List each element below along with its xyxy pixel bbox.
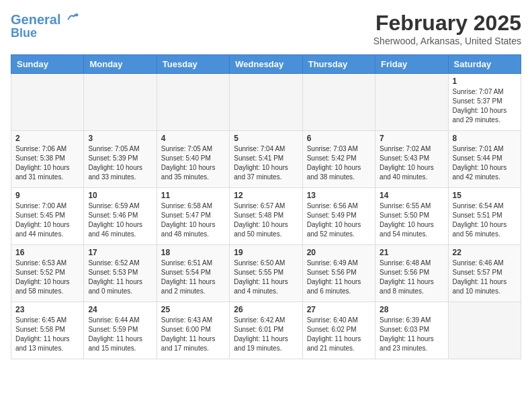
table-row: 27Sunrise: 6:40 AM Sunset: 6:02 PM Dayli… <box>302 302 375 359</box>
day-info: Sunrise: 7:03 AM Sunset: 5:42 PM Dayligh… <box>307 144 371 182</box>
table-row <box>302 74 375 131</box>
calendar-week-row: 9Sunrise: 7:00 AM Sunset: 5:45 PM Daylig… <box>11 188 521 245</box>
table-row: 26Sunrise: 6:42 AM Sunset: 6:01 PM Dayli… <box>230 302 302 359</box>
day-number: 7 <box>380 134 443 143</box>
table-row <box>11 74 84 131</box>
day-number: 23 <box>15 305 79 314</box>
day-info: Sunrise: 6:42 AM Sunset: 6:01 PM Dayligh… <box>234 316 298 353</box>
table-row <box>157 74 229 131</box>
day-info: Sunrise: 7:02 AM Sunset: 5:43 PM Dayligh… <box>380 144 443 182</box>
day-number: 27 <box>307 305 371 314</box>
table-row: 28Sunrise: 6:39 AM Sunset: 6:03 PM Dayli… <box>375 302 448 359</box>
day-number: 21 <box>380 248 443 257</box>
day-number: 2 <box>15 134 79 143</box>
logo-text: General <box>11 11 79 27</box>
day-info: Sunrise: 6:52 AM Sunset: 5:53 PM Dayligh… <box>88 259 152 296</box>
table-row <box>84 74 157 131</box>
table-row: 3Sunrise: 7:05 AM Sunset: 5:39 PM Daylig… <box>84 131 157 188</box>
day-number: 12 <box>234 191 298 200</box>
day-number: 14 <box>380 191 443 200</box>
day-info: Sunrise: 6:39 AM Sunset: 6:03 PM Dayligh… <box>380 316 443 353</box>
day-info: Sunrise: 6:49 AM Sunset: 5:56 PM Dayligh… <box>307 259 371 296</box>
table-row: 21Sunrise: 6:48 AM Sunset: 5:56 PM Dayli… <box>375 245 448 302</box>
day-number: 20 <box>307 248 371 257</box>
header-sunday: Sunday <box>11 55 84 74</box>
table-row: 15Sunrise: 6:54 AM Sunset: 5:51 PM Dayli… <box>448 188 521 245</box>
day-info: Sunrise: 6:43 AM Sunset: 6:00 PM Dayligh… <box>161 316 225 353</box>
day-info: Sunrise: 7:00 AM Sunset: 5:45 PM Dayligh… <box>15 201 79 239</box>
day-number: 22 <box>453 248 517 257</box>
table-row: 24Sunrise: 6:44 AM Sunset: 5:59 PM Dayli… <box>84 302 157 359</box>
logo-icon <box>66 11 79 24</box>
table-row: 23Sunrise: 6:45 AM Sunset: 5:58 PM Dayli… <box>11 302 84 359</box>
page-header: General Blue February 2025 Sherwood, Ark… <box>11 11 521 46</box>
header-monday: Monday <box>84 55 157 74</box>
day-info: Sunrise: 6:56 AM Sunset: 5:49 PM Dayligh… <box>307 201 371 239</box>
day-info: Sunrise: 6:50 AM Sunset: 5:55 PM Dayligh… <box>234 259 298 296</box>
table-row: 6Sunrise: 7:03 AM Sunset: 5:42 PM Daylig… <box>302 131 375 188</box>
day-info: Sunrise: 7:07 AM Sunset: 5:37 PM Dayligh… <box>453 87 517 125</box>
day-number: 6 <box>307 134 371 143</box>
day-number: 26 <box>234 305 298 314</box>
day-info: Sunrise: 6:58 AM Sunset: 5:47 PM Dayligh… <box>161 201 225 239</box>
day-info: Sunrise: 6:44 AM Sunset: 5:59 PM Dayligh… <box>88 316 152 353</box>
day-info: Sunrise: 6:54 AM Sunset: 5:51 PM Dayligh… <box>453 201 517 239</box>
day-number: 13 <box>307 191 371 200</box>
day-info: Sunrise: 6:55 AM Sunset: 5:50 PM Dayligh… <box>380 201 443 239</box>
day-number: 8 <box>453 134 517 143</box>
table-row: 5Sunrise: 7:04 AM Sunset: 5:41 PM Daylig… <box>230 131 302 188</box>
day-number: 28 <box>380 305 443 314</box>
day-number: 4 <box>161 134 225 143</box>
table-row: 16Sunrise: 6:53 AM Sunset: 5:52 PM Dayli… <box>11 245 84 302</box>
table-row: 19Sunrise: 6:50 AM Sunset: 5:55 PM Dayli… <box>230 245 302 302</box>
day-number: 17 <box>88 248 152 257</box>
location-text: Sherwood, Arkansas, United States <box>373 36 521 46</box>
day-number: 25 <box>161 305 225 314</box>
day-info: Sunrise: 6:51 AM Sunset: 5:54 PM Dayligh… <box>161 259 225 296</box>
header-thursday: Thursday <box>302 55 375 74</box>
title-block: February 2025 Sherwood, Arkansas, United… <box>373 11 521 46</box>
table-row: 17Sunrise: 6:52 AM Sunset: 5:53 PM Dayli… <box>84 245 157 302</box>
calendar-week-row: 16Sunrise: 6:53 AM Sunset: 5:52 PM Dayli… <box>11 245 521 302</box>
table-row: 18Sunrise: 6:51 AM Sunset: 5:54 PM Dayli… <box>157 245 229 302</box>
day-info: Sunrise: 6:45 AM Sunset: 5:58 PM Dayligh… <box>15 316 79 353</box>
day-info: Sunrise: 6:48 AM Sunset: 5:56 PM Dayligh… <box>380 259 443 296</box>
day-number: 9 <box>15 191 79 200</box>
table-row: 1Sunrise: 7:07 AM Sunset: 5:37 PM Daylig… <box>448 74 521 131</box>
table-row <box>448 302 521 359</box>
calendar-week-row: 2Sunrise: 7:06 AM Sunset: 5:38 PM Daylig… <box>11 131 521 188</box>
table-row: 22Sunrise: 6:46 AM Sunset: 5:57 PM Dayli… <box>448 245 521 302</box>
table-row: 9Sunrise: 7:00 AM Sunset: 5:45 PM Daylig… <box>11 188 84 245</box>
header-saturday: Saturday <box>448 55 521 74</box>
table-row: 8Sunrise: 7:01 AM Sunset: 5:44 PM Daylig… <box>448 131 521 188</box>
calendar-header-row: Sunday Monday Tuesday Wednesday Thursday… <box>11 55 521 74</box>
calendar-week-row: 1Sunrise: 7:07 AM Sunset: 5:37 PM Daylig… <box>11 74 521 131</box>
day-info: Sunrise: 6:59 AM Sunset: 5:46 PM Dayligh… <box>88 201 152 239</box>
day-number: 11 <box>161 191 225 200</box>
day-number: 19 <box>234 248 298 257</box>
day-info: Sunrise: 7:01 AM Sunset: 5:44 PM Dayligh… <box>453 144 517 182</box>
table-row <box>375 74 448 131</box>
header-tuesday: Tuesday <box>157 55 229 74</box>
day-number: 3 <box>88 134 152 143</box>
table-row: 12Sunrise: 6:57 AM Sunset: 5:48 PM Dayli… <box>230 188 302 245</box>
day-info: Sunrise: 6:53 AM Sunset: 5:52 PM Dayligh… <box>15 259 79 296</box>
table-row: 2Sunrise: 7:06 AM Sunset: 5:38 PM Daylig… <box>11 131 84 188</box>
table-row: 10Sunrise: 6:59 AM Sunset: 5:46 PM Dayli… <box>84 188 157 245</box>
table-row <box>230 74 302 131</box>
day-number: 15 <box>453 191 517 200</box>
table-row: 14Sunrise: 6:55 AM Sunset: 5:50 PM Dayli… <box>375 188 448 245</box>
day-info: Sunrise: 7:04 AM Sunset: 5:41 PM Dayligh… <box>234 144 298 182</box>
calendar-week-row: 23Sunrise: 6:45 AM Sunset: 5:58 PM Dayli… <box>11 302 521 359</box>
day-info: Sunrise: 6:46 AM Sunset: 5:57 PM Dayligh… <box>453 259 517 296</box>
day-number: 1 <box>453 77 517 86</box>
day-number: 16 <box>15 248 79 257</box>
day-info: Sunrise: 7:06 AM Sunset: 5:38 PM Dayligh… <box>15 144 79 182</box>
day-info: Sunrise: 6:40 AM Sunset: 6:02 PM Dayligh… <box>307 316 371 353</box>
header-wednesday: Wednesday <box>230 55 302 74</box>
month-title: February 2025 <box>373 11 521 36</box>
day-info: Sunrise: 6:57 AM Sunset: 5:48 PM Dayligh… <box>234 201 298 239</box>
table-row: 7Sunrise: 7:02 AM Sunset: 5:43 PM Daylig… <box>375 131 448 188</box>
logo: General Blue <box>11 11 79 40</box>
day-number: 18 <box>161 248 225 257</box>
